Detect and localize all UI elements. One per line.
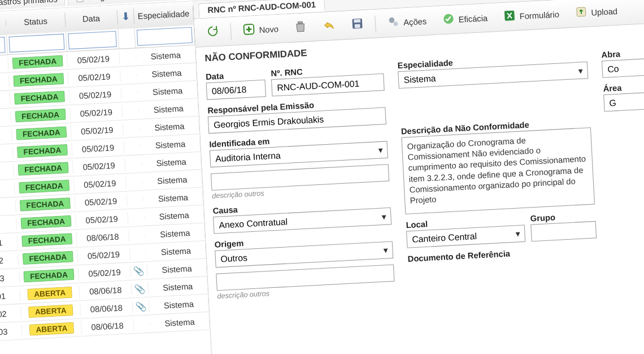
cell-status: FECHADA [18,249,78,266]
status-badge: FECHADA [14,90,66,105]
check-circle-icon [442,12,455,27]
floppy-icon [350,17,364,32]
status-badge: FECHADA [12,55,63,69]
status-badge: FECHADA [20,197,71,211]
label-area: Área [603,80,644,93]
cell-status: ABERTA [22,321,82,338]
filter-id[interactable] [0,37,6,55]
cell-status: ABERTA [20,285,80,302]
svg-rect-1 [77,0,84,2]
delete-button[interactable] [287,16,314,38]
col-status[interactable]: Status [6,12,66,30]
save-button[interactable] [343,14,371,36]
cell-id: AL-016 [0,200,16,214]
label-abra: Abra [601,46,644,59]
cell-attachment [130,252,147,255]
cell-date: 08/06/18 [81,319,134,334]
upload-icon [574,5,588,20]
detail-panel: RNC nº RNC-AUD-COM-001 Novo [194,0,644,354]
textarea-descnc[interactable]: Organização do Cronograma de Comissionam… [401,127,595,214]
status-badge: FECHADA [17,144,68,158]
cell-esp: Sistema [142,154,202,169]
status-badge: FECHADA [16,126,67,140]
cell-status: FECHADA [10,89,69,106]
status-badge: FECHADA [18,162,69,176]
input-abra[interactable] [602,57,644,78]
cell-date: 05/02/19 [76,212,128,227]
svg-point-12 [389,18,394,23]
status-badge: ABERTA [28,304,73,318]
cell-status: FECHADA [9,71,69,88]
cell-status: FECHADA [11,107,71,124]
cell-id: AL-014 [0,165,14,179]
cell-esp: Sistema [149,297,209,312]
cell-date: 05/02/19 [72,141,124,156]
input-grupo[interactable] [530,221,597,241]
cell-esp: Sistema [139,101,199,116]
cell-status: FECHADA [8,54,68,71]
cell-attachment [121,91,138,94]
trash-icon [294,20,307,35]
status-badge: ABERTA [27,287,72,300]
cell-attachment [124,145,141,148]
undo-button[interactable] [315,15,342,37]
eficacia-button[interactable]: Eficácia [435,7,495,31]
col-sort[interactable]: ⬇ [117,8,134,25]
detail-form: NÃO CONFORMIDADE Data Nº. RNC Responsáve… [196,22,644,306]
cell-id: MS-001 [0,289,21,303]
paperclip-icon: 📎 [133,265,145,277]
cell-attachment [129,234,146,237]
cell-status: FECHADA [15,196,75,213]
status-badge: FECHADA [22,251,73,265]
cell-attachment [128,216,145,219]
cell-date: 08/06/18 [77,230,129,244]
tab-label: Registro de Relatórios [89,0,172,2]
svg-rect-8 [298,21,302,23]
cell-attachment [134,322,151,326]
filter-esp[interactable] [137,27,193,46]
cell-attachment [120,74,137,77]
cell-attachment [125,162,142,166]
acoes-button[interactable]: Ações [380,10,433,34]
filter-status[interactable] [8,34,64,53]
col-id[interactable] [0,20,6,28]
cell-esp: Sistema [148,279,208,294]
status-badge: FECHADA [13,73,64,87]
cell-date: 05/02/19 [74,176,127,191]
cell-date: 08/06/18 [80,301,133,316]
svg-rect-10 [354,19,360,23]
cell-date: 05/02/19 [73,158,125,173]
upload-button[interactable]: Upload [568,0,625,24]
section-title: NÃO CONFORMIDADE [204,44,383,63]
col-especialidade[interactable]: Especialidade [134,6,194,23]
cell-id: RH-002 [0,253,19,267]
refresh-button[interactable] [199,21,227,43]
input-data[interactable] [206,80,266,100]
cell-id: AL-013 [0,146,14,161]
cell-status: FECHADA [18,232,77,249]
cell-id: MS-003 [0,325,23,339]
status-badge: FECHADA [15,109,66,123]
col-date[interactable]: Data [65,10,118,27]
svg-rect-11 [355,24,360,28]
cell-status: FECHADA [16,214,76,231]
cell-attachment [123,109,140,113]
filter-date[interactable] [68,31,116,50]
input-area[interactable] [603,91,644,112]
cell-attachment: 📎 [132,300,150,314]
label-docref: Documento de Referência [407,244,597,264]
cell-attachment [123,127,140,130]
status-badge: FECHADA [21,233,73,247]
paperclip-icon: 📎 [134,283,146,294]
svg-point-13 [393,21,398,26]
cell-id: AL-015 [0,182,15,196]
formulario-button[interactable]: Formulário [496,3,567,28]
cell-date: 05/02/19 [79,265,131,280]
cell-esp: Sistema [142,172,202,187]
refresh-icon [206,24,220,40]
novo-button[interactable]: Novo [236,18,286,41]
cell-id: L-009 [0,75,10,89]
status-badge: ABERTA [29,322,74,336]
cell-esp: Sistema [138,84,198,98]
cell-status: FECHADA [14,161,73,178]
